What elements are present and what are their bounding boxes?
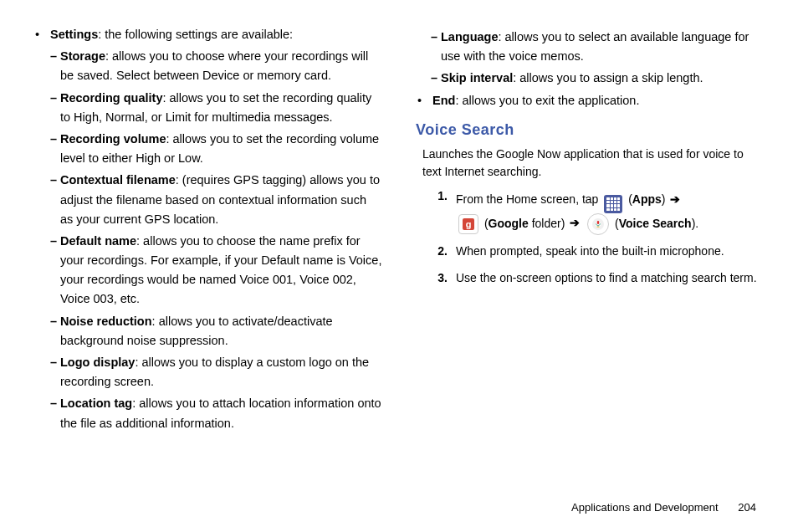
sub-label: Recording quality: [60, 91, 162, 105]
bullet-mark: •: [33, 25, 50, 436]
sub-label: Location tag: [60, 396, 132, 410]
settings-content: Settings: the following settings are ava…: [50, 25, 382, 436]
arrow-icon: ➔: [670, 192, 680, 206]
mic-icon: [587, 213, 609, 235]
dash-mark: –: [50, 47, 60, 85]
apps-icon: [604, 187, 622, 213]
sub-language: – Language: allows you to select an avai…: [431, 28, 765, 66]
sub-logo-display: – Logo display: allows you to display a …: [50, 353, 382, 391]
left-column: • Settings: the following settings are a…: [33, 25, 382, 437]
step-number: 2.: [416, 242, 456, 262]
sub-skip-interval: – Skip interval: allows you to assign a …: [431, 69, 765, 88]
sub-label: Logo display: [60, 356, 135, 369]
sub-recording-volume: – Recording volume: allows you to set th…: [50, 130, 382, 168]
step-number: 3.: [416, 269, 456, 289]
step-body: From the Home screen, tap (Apps) ➔ g (Go…: [456, 187, 765, 235]
sub-label: Contextual filename: [60, 173, 176, 187]
dash-mark: –: [50, 232, 60, 309]
sub-label: Default name: [60, 234, 136, 248]
dash-mark: –: [431, 69, 441, 88]
continued-sub: – Language: allows you to select an avai…: [416, 28, 765, 89]
dash-mark: –: [50, 171, 60, 229]
paren-close-dot: ).: [692, 216, 699, 229]
voice-search-label: Voice Search: [619, 216, 692, 229]
sub-label: Language: [441, 30, 498, 43]
google-icon: g: [458, 214, 478, 234]
sub-noise-reduction: – Noise reduction: allows you to activat…: [50, 312, 382, 350]
settings-label: Settings: [50, 28, 98, 41]
sub-text: : allows you to choose where your record…: [60, 49, 368, 82]
settings-bullet: • Settings: the following settings are a…: [33, 25, 382, 436]
sub-storage: – Storage: allows you to choose where yo…: [50, 47, 382, 85]
step-body: When prompted, speak into the built-in m…: [456, 242, 765, 262]
end-label: End: [432, 94, 455, 107]
sub-label: Recording volume: [60, 132, 166, 146]
arrow-icon: ➔: [570, 216, 580, 229]
dash-mark: –: [50, 130, 60, 168]
google-bold: Google: [489, 216, 529, 229]
sub-label: Storage: [60, 49, 105, 63]
google-post: folder): [529, 216, 568, 229]
end-text: : allows you to exit the application.: [455, 94, 639, 107]
dash-mark: –: [50, 312, 60, 350]
page-number: 204: [738, 501, 756, 514]
step1-pre: From the Home screen, tap: [456, 192, 601, 206]
sub-location-tag: – Location tag: allows you to attach loc…: [50, 394, 382, 432]
voice-search-heading: Voice Search: [416, 119, 765, 142]
sub-contextual-filename: – Contextual filename: (requires GPS tag…: [50, 171, 382, 229]
dash-mark: –: [50, 353, 60, 391]
dash-mark: –: [50, 394, 60, 432]
svg-rect-0: [597, 221, 599, 224]
dash-mark: –: [431, 28, 441, 66]
step-1: 1. From the Home screen, tap (Apps) ➔ g …: [416, 187, 765, 235]
sub-default-name: – Default name: allows you to choose the…: [50, 232, 382, 309]
sub-text: : allows you to assign a skip length.: [513, 71, 703, 84]
end-bullet: • End: allows you to exit the applicatio…: [416, 91, 765, 110]
step-number: 1.: [416, 187, 456, 235]
footer-section: Applications and Development: [571, 501, 719, 514]
sub-label: Skip interval: [441, 71, 513, 84]
right-column: – Language: allows you to select an avai…: [416, 25, 765, 437]
voice-search-intro: Launches the Google Now application that…: [422, 146, 765, 182]
settings-intro: : the following settings are available:: [98, 28, 293, 41]
step-2: 2. When prompted, speak into the built-i…: [416, 242, 765, 262]
sub-recording-quality: – Recording quality: allows you to set t…: [50, 89, 382, 127]
page-columns: • Settings: the following settings are a…: [0, 0, 798, 437]
step-body: Use the on-screen options to find a matc…: [456, 269, 765, 289]
bullet-mark: •: [416, 91, 432, 110]
step-3: 3. Use the on-screen options to find a m…: [416, 269, 765, 289]
apps-label: Apps: [632, 192, 662, 206]
paren-close: ): [662, 192, 669, 206]
footer: Applications and Development 204: [571, 501, 756, 514]
dash-mark: –: [50, 89, 60, 127]
sub-label: Noise reduction: [60, 315, 152, 328]
